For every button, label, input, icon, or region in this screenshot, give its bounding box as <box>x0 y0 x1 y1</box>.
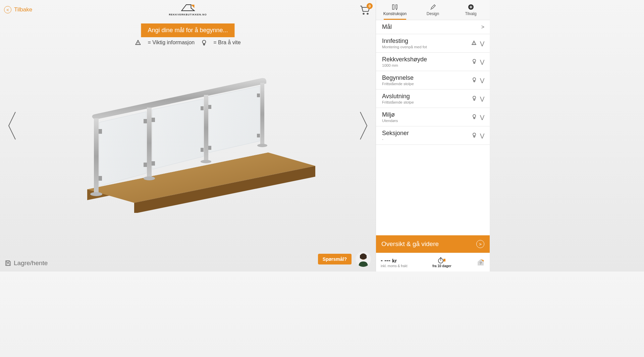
support-avatar[interactable] <box>356 251 371 267</box>
chevron-down-icon: ⋁ <box>480 96 484 102</box>
acc-title: Avslutning <box>382 93 414 100</box>
acc-sub: Montering ovenpå med fot <box>382 45 427 49</box>
cart-button[interactable]: 0 <box>359 4 371 17</box>
tab-konstruksjon[interactable]: Konstruksjon <box>376 0 414 20</box>
acc-item-innfesting[interactable]: InnfestingMontering ovenpå med fot ⋁ <box>376 34 490 53</box>
svg-rect-22 <box>144 119 147 123</box>
svg-point-45 <box>473 96 476 99</box>
acc-item-begynnelse[interactable]: BegynnelseFrittstående stolpe ⋁ <box>376 71 490 90</box>
price-amount: - --- kr <box>381 257 407 264</box>
svg-rect-32 <box>7 261 9 262</box>
save-icon <box>5 260 11 266</box>
ship-label: fra 10 dager <box>432 264 451 268</box>
svg-point-40 <box>474 44 474 44</box>
back-button[interactable]: < Tilbake <box>4 6 32 13</box>
acc-title: Rekkverkshøyde <box>382 56 427 63</box>
tab-design[interactable]: Design <box>414 0 452 20</box>
svg-point-3 <box>138 44 139 44</box>
svg-rect-28 <box>208 105 211 109</box>
svg-point-1 <box>367 13 369 15</box>
legend-tip-text: = Bra å vite <box>213 40 240 46</box>
acc-sub: Utendørs <box>382 119 398 123</box>
brush-icon <box>430 4 436 10</box>
svg-rect-29 <box>208 146 211 150</box>
acc-item-miljo[interactable]: MiljøUtendørs ⋁ <box>376 108 490 126</box>
acc-item-avslutning[interactable]: AvslutningFrittstående stolpe ⋁ <box>376 90 490 108</box>
lightbulb-icon <box>472 77 477 83</box>
svg-rect-20 <box>99 129 102 134</box>
acc-sub: 1000 mm <box>382 63 427 67</box>
svg-point-0 <box>363 13 365 15</box>
acc-sub: Frittstående stolpe <box>382 100 414 104</box>
lightbulb-icon <box>201 40 207 46</box>
shipping-info: fra 10 dager <box>432 257 451 268</box>
acc-title: Seksjoner <box>382 130 409 137</box>
cta-banner[interactable]: Angi dine mål for å begynne... <box>141 23 234 37</box>
plus-circle-icon <box>468 4 474 10</box>
config-tabs: Konstruksjon Design Tilvalg <box>376 0 490 20</box>
next-arrow[interactable] <box>358 111 369 142</box>
logo[interactable]: REKKVERKBUTIKKEN.NO <box>169 3 207 16</box>
svg-rect-27 <box>201 148 204 152</box>
acc-item-rekkverkshoyde[interactable]: Rekkverkshøyde1000 mm ⋁ <box>376 53 490 71</box>
svg-marker-19 <box>209 86 260 153</box>
cart-badge: 0 <box>367 3 373 9</box>
svg-rect-24 <box>152 118 155 122</box>
overview-button[interactable]: Oversikt & gå videre > <box>376 235 490 253</box>
svg-point-14 <box>201 160 211 163</box>
config-sidebar: Konstruksjon Design Tilvalg Mål > Innfes… <box>376 0 490 272</box>
svg-point-43 <box>473 77 476 80</box>
acc-title: Innfesting <box>382 38 427 45</box>
svg-rect-23 <box>144 163 147 167</box>
warning-icon <box>471 40 477 47</box>
svg-marker-18 <box>152 99 203 169</box>
acc-item-maal[interactable]: Mål > <box>376 20 490 34</box>
product-viewer[interactable] <box>27 52 349 213</box>
svg-point-12 <box>144 176 155 180</box>
svg-rect-15 <box>260 83 264 145</box>
acc-sub: - <box>382 137 409 141</box>
tab-label: Design <box>427 11 439 16</box>
tab-tilvalg[interactable]: Tilvalg <box>452 0 490 20</box>
lightbulb-icon <box>472 59 477 65</box>
svg-marker-17 <box>99 112 146 186</box>
house-help-icon: ? <box>476 257 485 266</box>
accordion-list: Mål > InnfestingMontering ovenpå med fot… <box>376 20 490 235</box>
chat-button[interactable]: Spørsmål? <box>318 254 352 264</box>
help-button[interactable]: ? <box>476 257 485 267</box>
svg-point-10 <box>90 192 102 196</box>
chevron-down-icon: ⋁ <box>480 59 484 65</box>
svg-rect-26 <box>201 106 204 110</box>
tab-label: Tilvalg <box>465 11 476 16</box>
lightbulb-icon <box>472 132 477 139</box>
legend-warn-text: = Viktig informasjon <box>148 40 195 46</box>
price-footer: - --- kr inkl. moms & frakt fra 10 dager… <box>376 253 490 272</box>
svg-point-47 <box>473 114 476 117</box>
acc-title: Mål <box>382 23 392 31</box>
stopwatch-icon <box>437 257 446 263</box>
svg-point-16 <box>257 144 267 147</box>
save-label: Lagre/hente <box>14 259 48 267</box>
svg-rect-25 <box>152 161 155 166</box>
overview-label: Oversikt & gå videre <box>381 240 439 248</box>
logo-text: REKKVERKBUTIKKEN.NO <box>169 13 207 16</box>
svg-rect-21 <box>99 176 102 181</box>
chevron-down-icon: ⋁ <box>480 40 484 47</box>
svg-rect-11 <box>147 108 152 178</box>
prev-arrow[interactable] <box>7 111 17 142</box>
svg-point-49 <box>473 133 476 135</box>
warning-icon <box>135 40 141 46</box>
lightbulb-icon <box>472 96 477 102</box>
chevron-down-icon: ⋁ <box>480 132 484 139</box>
svg-rect-33 <box>7 263 9 265</box>
acc-sub: Frittstående stolpe <box>382 82 414 86</box>
svg-rect-9 <box>94 118 99 194</box>
price-tax: inkl. moms & frakt <box>381 264 407 268</box>
ruler-pencil-icon <box>392 4 398 10</box>
chevron-down-icon: ⋁ <box>480 114 484 120</box>
acc-title: Begynnelse <box>382 74 414 81</box>
save-load-button[interactable]: Lagre/hente <box>5 259 48 267</box>
back-icon: < <box>4 6 11 13</box>
acc-item-seksjoner[interactable]: Seksjoner- ⋁ <box>376 126 490 145</box>
chevron-right-icon: > <box>476 240 484 248</box>
